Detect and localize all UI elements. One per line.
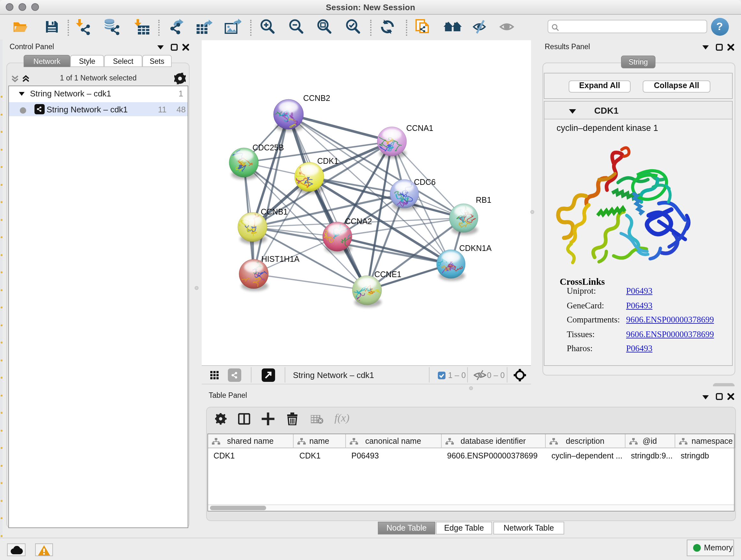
svg-text:CDK1: CDK1 [317, 156, 338, 165]
svg-text:CDC6: CDC6 [414, 177, 435, 186]
svg-text:CDKN1A: CDKN1A [459, 243, 491, 252]
svg-text:CCNA2: CCNA2 [345, 216, 372, 226]
svg-text:CCNE1: CCNE1 [374, 269, 401, 278]
svg-text:HIST1H1A: HIST1H1A [261, 254, 299, 263]
svg-text:CCNB1: CCNB1 [260, 207, 287, 216]
svg-text:CDC25B: CDC25B [252, 143, 284, 152]
svg-text:CCNA1: CCNA1 [406, 123, 433, 132]
svg-text:CCNB2: CCNB2 [303, 93, 330, 102]
svg-text:RB1: RB1 [475, 195, 491, 204]
